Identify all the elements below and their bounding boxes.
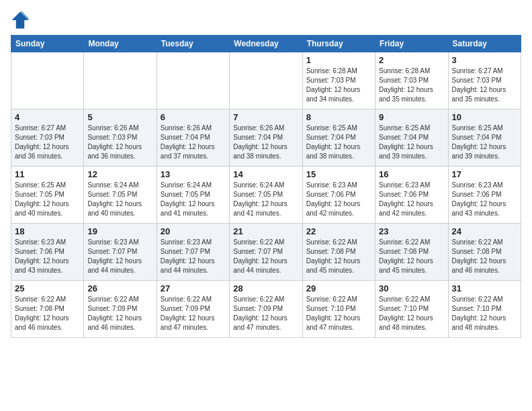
day-info: Sunrise: 6:23 AM Sunset: 7:06 PM Dayligh… <box>452 181 517 218</box>
calendar-cell: 21Sunrise: 6:22 AM Sunset: 7:07 PM Dayli… <box>230 224 302 281</box>
day-info: Sunrise: 6:25 AM Sunset: 7:04 PM Dayligh… <box>379 124 444 161</box>
day-number: 19 <box>87 226 152 236</box>
calendar-cell: 24Sunrise: 6:22 AM Sunset: 7:08 PM Dayli… <box>448 224 521 281</box>
day-number: 23 <box>379 226 444 236</box>
day-number: 20 <box>161 226 226 236</box>
day-number: 21 <box>233 226 298 236</box>
day-number: 26 <box>87 283 152 293</box>
day-info: Sunrise: 6:24 AM Sunset: 7:05 PM Dayligh… <box>161 181 226 218</box>
day-info: Sunrise: 6:22 AM Sunset: 7:08 PM Dayligh… <box>452 238 517 275</box>
weekday-header-wednesday: Wednesday <box>230 36 302 52</box>
day-info: Sunrise: 6:25 AM Sunset: 7:05 PM Dayligh… <box>15 181 80 218</box>
day-number: 15 <box>306 169 371 179</box>
weekday-header-friday: Friday <box>375 36 448 52</box>
day-info: Sunrise: 6:25 AM Sunset: 7:04 PM Dayligh… <box>452 124 517 161</box>
calendar-cell: 9Sunrise: 6:25 AM Sunset: 7:04 PM Daylig… <box>375 109 448 167</box>
day-info: Sunrise: 6:28 AM Sunset: 7:03 PM Dayligh… <box>306 66 371 104</box>
day-number: 9 <box>379 112 444 122</box>
calendar-cell: 4Sunrise: 6:27 AM Sunset: 7:03 PM Daylig… <box>11 109 84 167</box>
calendar-cell: 26Sunrise: 6:22 AM Sunset: 7:09 PM Dayli… <box>84 281 157 338</box>
day-info: Sunrise: 6:24 AM Sunset: 7:05 PM Dayligh… <box>233 181 298 218</box>
logo-icon <box>11 11 30 30</box>
day-number: 12 <box>87 169 152 179</box>
day-info: Sunrise: 6:28 AM Sunset: 7:03 PM Dayligh… <box>379 66 444 104</box>
calendar-cell: 1Sunrise: 6:28 AM Sunset: 7:03 PM Daylig… <box>302 52 375 109</box>
calendar-cell: 7Sunrise: 6:26 AM Sunset: 7:04 PM Daylig… <box>230 109 302 167</box>
day-number: 29 <box>306 283 371 293</box>
weekday-header-tuesday: Tuesday <box>157 36 229 52</box>
calendar-cell: 15Sunrise: 6:23 AM Sunset: 7:06 PM Dayli… <box>302 167 375 224</box>
day-info: Sunrise: 6:23 AM Sunset: 7:07 PM Dayligh… <box>161 238 226 275</box>
calendar-cell: 22Sunrise: 6:22 AM Sunset: 7:08 PM Dayli… <box>302 224 375 281</box>
calendar-cell: 8Sunrise: 6:25 AM Sunset: 7:04 PM Daylig… <box>302 109 375 167</box>
day-info: Sunrise: 6:22 AM Sunset: 7:09 PM Dayligh… <box>87 295 152 332</box>
day-info: Sunrise: 6:22 AM Sunset: 7:10 PM Dayligh… <box>379 295 444 332</box>
day-number: 2 <box>379 55 444 65</box>
day-number: 11 <box>15 169 80 179</box>
calendar-cell <box>157 52 229 109</box>
day-info: Sunrise: 6:27 AM Sunset: 7:03 PM Dayligh… <box>452 66 517 104</box>
day-info: Sunrise: 6:22 AM Sunset: 7:10 PM Dayligh… <box>306 295 371 332</box>
day-number: 10 <box>452 112 517 122</box>
day-number: 3 <box>452 55 517 65</box>
day-info: Sunrise: 6:23 AM Sunset: 7:07 PM Dayligh… <box>87 238 152 275</box>
day-number: 6 <box>161 112 226 122</box>
page-header <box>11 11 521 30</box>
logo <box>11 11 32 30</box>
day-number: 27 <box>161 283 226 293</box>
weekday-header-monday: Monday <box>84 36 157 52</box>
day-number: 4 <box>15 112 80 122</box>
day-info: Sunrise: 6:22 AM Sunset: 7:10 PM Dayligh… <box>452 295 517 332</box>
calendar-cell: 12Sunrise: 6:24 AM Sunset: 7:05 PM Dayli… <box>84 167 157 224</box>
day-number: 14 <box>233 169 298 179</box>
calendar-cell: 28Sunrise: 6:22 AM Sunset: 7:09 PM Dayli… <box>230 281 302 338</box>
calendar-cell: 16Sunrise: 6:23 AM Sunset: 7:06 PM Dayli… <box>375 167 448 224</box>
day-number: 18 <box>15 226 80 236</box>
calendar-cell: 31Sunrise: 6:22 AM Sunset: 7:10 PM Dayli… <box>448 281 521 338</box>
weekday-header-thursday: Thursday <box>302 36 375 52</box>
calendar-cell: 18Sunrise: 6:23 AM Sunset: 7:06 PM Dayli… <box>11 224 84 281</box>
day-number: 16 <box>379 169 444 179</box>
calendar-cell: 20Sunrise: 6:23 AM Sunset: 7:07 PM Dayli… <box>157 224 229 281</box>
day-number: 13 <box>161 169 226 179</box>
day-info: Sunrise: 6:23 AM Sunset: 7:06 PM Dayligh… <box>306 181 371 218</box>
day-info: Sunrise: 6:22 AM Sunset: 7:07 PM Dayligh… <box>233 238 298 275</box>
calendar-cell: 14Sunrise: 6:24 AM Sunset: 7:05 PM Dayli… <box>230 167 302 224</box>
day-info: Sunrise: 6:26 AM Sunset: 7:04 PM Dayligh… <box>233 124 298 161</box>
day-info: Sunrise: 6:27 AM Sunset: 7:03 PM Dayligh… <box>15 124 80 161</box>
day-info: Sunrise: 6:22 AM Sunset: 7:08 PM Dayligh… <box>379 238 444 275</box>
calendar-cell: 27Sunrise: 6:22 AM Sunset: 7:09 PM Dayli… <box>157 281 229 338</box>
day-info: Sunrise: 6:23 AM Sunset: 7:06 PM Dayligh… <box>379 181 444 218</box>
calendar-cell: 23Sunrise: 6:22 AM Sunset: 7:08 PM Dayli… <box>375 224 448 281</box>
calendar-cell: 25Sunrise: 6:22 AM Sunset: 7:08 PM Dayli… <box>11 281 84 338</box>
calendar-cell: 17Sunrise: 6:23 AM Sunset: 7:06 PM Dayli… <box>448 167 521 224</box>
day-number: 28 <box>233 283 298 293</box>
day-number: 17 <box>452 169 517 179</box>
weekday-header-saturday: Saturday <box>448 36 521 52</box>
calendar-cell <box>11 52 84 109</box>
day-number: 24 <box>452 226 517 236</box>
calendar-cell: 5Sunrise: 6:26 AM Sunset: 7:03 PM Daylig… <box>84 109 157 167</box>
calendar-cell <box>84 52 157 109</box>
day-info: Sunrise: 6:24 AM Sunset: 7:05 PM Dayligh… <box>87 181 152 218</box>
calendar-cell: 6Sunrise: 6:26 AM Sunset: 7:04 PM Daylig… <box>157 109 229 167</box>
day-number: 5 <box>87 112 152 122</box>
calendar-cell: 11Sunrise: 6:25 AM Sunset: 7:05 PM Dayli… <box>11 167 84 224</box>
svg-marker-0 <box>12 12 29 29</box>
day-info: Sunrise: 6:26 AM Sunset: 7:04 PM Dayligh… <box>161 124 226 161</box>
day-info: Sunrise: 6:22 AM Sunset: 7:09 PM Dayligh… <box>233 295 298 332</box>
day-number: 8 <box>306 112 371 122</box>
day-info: Sunrise: 6:25 AM Sunset: 7:04 PM Dayligh… <box>306 124 371 161</box>
day-number: 25 <box>15 283 80 293</box>
day-info: Sunrise: 6:23 AM Sunset: 7:06 PM Dayligh… <box>15 238 80 275</box>
day-info: Sunrise: 6:22 AM Sunset: 7:08 PM Dayligh… <box>306 238 371 275</box>
day-number: 31 <box>452 283 517 293</box>
day-number: 22 <box>306 226 371 236</box>
day-info: Sunrise: 6:22 AM Sunset: 7:09 PM Dayligh… <box>161 295 226 332</box>
day-number: 1 <box>306 55 371 65</box>
calendar-cell: 13Sunrise: 6:24 AM Sunset: 7:05 PM Dayli… <box>157 167 229 224</box>
calendar-cell: 29Sunrise: 6:22 AM Sunset: 7:10 PM Dayli… <box>302 281 375 338</box>
weekday-header-sunday: Sunday <box>11 36 84 52</box>
calendar-cell <box>230 52 302 109</box>
calendar-table: SundayMondayTuesdayWednesdayThursdayFrid… <box>11 35 521 338</box>
